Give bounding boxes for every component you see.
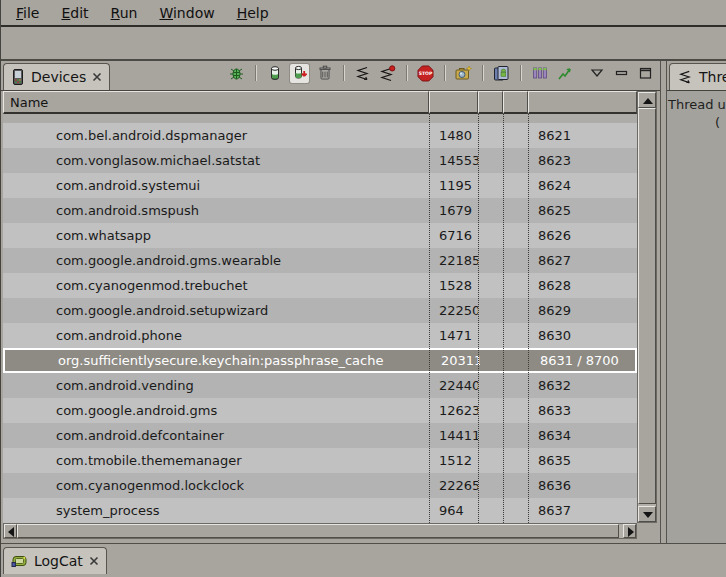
toolbar-separator: [343, 65, 344, 81]
screenshot-icon[interactable]: [454, 64, 473, 83]
cell-name: com.bel.android.dspmanager: [3, 128, 429, 143]
cell-name: com.cyanogenmod.lockclock: [3, 478, 429, 493]
vertical-scrollbar[interactable]: [637, 91, 657, 523]
stop-process-icon[interactable]: STOP: [416, 64, 435, 83]
table-row-partial[interactable]: [3, 114, 637, 123]
cell-port: 8632: [528, 378, 637, 393]
cell-port: 8629: [528, 303, 637, 318]
hierarchy-view-icon[interactable]: [530, 64, 549, 83]
table-row[interactable]: com.android.systemui11958624: [3, 173, 637, 198]
cell-pid: 1512: [429, 453, 478, 468]
menu-item-file[interactable]: File: [5, 4, 50, 21]
update-heap-icon[interactable]: [265, 64, 284, 83]
cause-gc-icon[interactable]: [315, 64, 334, 83]
table-row[interactable]: com.bel.android.dspmanager14808621: [3, 123, 637, 148]
threads-tabbar: Threads: [667, 61, 726, 91]
cell-name: com.google.android.gms: [3, 403, 429, 418]
cell-port: 8635: [528, 453, 637, 468]
column-header[interactable]: [503, 91, 528, 114]
table-body: com.bel.android.dspmanager14808621com.vo…: [3, 114, 637, 523]
devices-toolbar: STOP: [227, 61, 574, 90]
table-row[interactable]: com.cyanogenmod.lockclock222658636: [3, 473, 637, 498]
menu-item-help[interactable]: Help: [226, 4, 280, 21]
table-row[interactable]: com.cyanogenmod.trebuchet15288628: [3, 273, 637, 298]
svg-text:STOP: STOP: [419, 71, 433, 76]
column-header[interactable]: [528, 91, 637, 114]
toolbar-separator: [520, 65, 521, 81]
minimize-icon[interactable]: [615, 68, 628, 78]
menu-item-run[interactable]: Run: [100, 4, 149, 21]
tab-devices[interactable]: Devices: [3, 63, 110, 90]
table-row[interactable]: com.android.vending224408632: [3, 373, 637, 398]
close-icon[interactable]: [89, 556, 99, 566]
table-row[interactable]: com.google.android.gms.wearable221858627: [3, 248, 637, 273]
table-row[interactable]: com.whatsapp67168626: [3, 223, 637, 248]
cell-name: com.android.smspush: [3, 203, 429, 218]
cell-port: 8625: [528, 203, 637, 218]
cell-port: 8624: [528, 178, 637, 193]
table-row[interactable]: com.google.android.gms126238633: [3, 398, 637, 423]
cell-pid: 22185: [429, 253, 478, 268]
devices-panel: Devices STOP Name com.bel.android.dspman…: [1, 61, 661, 543]
cell-name: com.vonglasow.michael.satstat: [3, 153, 429, 168]
threads-panel: Threads Thread up (: [666, 61, 726, 543]
devices-content: Name com.bel.android.dspmanager14808621c…: [1, 91, 660, 543]
scroll-up-button[interactable]: [638, 92, 656, 108]
left-arrow-icon: [8, 527, 14, 537]
cell-pid: 1679: [429, 203, 478, 218]
scroll-right-button[interactable]: [623, 524, 636, 538]
threads-content: Thread up (: [667, 91, 726, 543]
table-row[interactable]: system_process9648637: [3, 498, 637, 523]
tab-devices-label: Devices: [30, 69, 87, 85]
column-header[interactable]: [429, 91, 478, 114]
cell-name: com.google.android.gms.wearable: [3, 253, 429, 268]
cell-name: com.whatsapp: [3, 228, 429, 243]
table-row[interactable]: com.android.phone14718630: [3, 323, 637, 348]
vertical-scrollbar-thumb[interactable]: [638, 108, 656, 504]
table-row[interactable]: com.android.defcontainer144118634: [3, 423, 637, 448]
table-row[interactable]: com.google.android.setupwizard222508629: [3, 298, 637, 323]
method-profiling-icon[interactable]: [378, 64, 397, 83]
cell-port: 8630: [528, 328, 637, 343]
sysinfo-icon[interactable]: [555, 64, 574, 83]
cell-port: 8637: [528, 503, 637, 518]
menu-item-edit[interactable]: Edit: [50, 4, 99, 21]
cell-port: 8631 / 8700: [530, 353, 635, 368]
phone-icon: [11, 69, 25, 85]
threads-tab-icon: [677, 69, 693, 85]
cell-port: 8627: [528, 253, 637, 268]
table-row[interactable]: com.vonglasow.michael.satstat145538623: [3, 148, 637, 173]
column-header-name[interactable]: Name: [3, 91, 429, 114]
screen-capture-icon[interactable]: [492, 64, 511, 83]
toolbar-separator: [406, 65, 407, 81]
table-row-selected[interactable]: org.sufficientlysecure.keychain:passphra…: [3, 348, 637, 373]
cell-pid: 1471: [429, 328, 478, 343]
close-icon[interactable]: [92, 72, 102, 82]
cell-port: 8621: [528, 128, 637, 143]
view-menu-icon[interactable]: [590, 68, 604, 78]
tab-threads[interactable]: Threads: [669, 63, 726, 90]
tab-logcat-label: LogCat: [33, 553, 84, 569]
table-row[interactable]: com.android.smspush16798625: [3, 198, 637, 223]
cell-port: 8633: [528, 403, 637, 418]
cell-pid: 20311: [431, 353, 480, 368]
horizontal-scrollbar-thumb[interactable]: [17, 524, 619, 538]
maximize-icon[interactable]: [639, 67, 652, 79]
dump-hprof-icon[interactable]: [290, 64, 309, 83]
scroll-left-button[interactable]: [4, 524, 17, 538]
debug-icon[interactable]: [227, 64, 246, 83]
scroll-down-button[interactable]: [638, 506, 656, 522]
toolbar-separator: [482, 65, 483, 81]
horizontal-scrollbar[interactable]: [3, 523, 637, 539]
view-window-controls: [590, 61, 660, 90]
column-header[interactable]: [478, 91, 503, 114]
update-threads-icon[interactable]: [353, 64, 372, 83]
table-row[interactable]: com.tmobile.thememanager15128635: [3, 448, 637, 473]
main-area: Devices STOP Name com.bel.android.dspman…: [1, 61, 726, 544]
toolbar-strip: [1, 27, 726, 61]
menu-item-window[interactable]: Window: [148, 4, 225, 21]
tab-logcat[interactable]: LogCat: [3, 547, 107, 574]
cell-pid: 14411: [429, 428, 478, 443]
menu-bar: FileEditRunWindowHelp: [1, 0, 726, 27]
tab-threads-label: Threads: [698, 69, 726, 85]
